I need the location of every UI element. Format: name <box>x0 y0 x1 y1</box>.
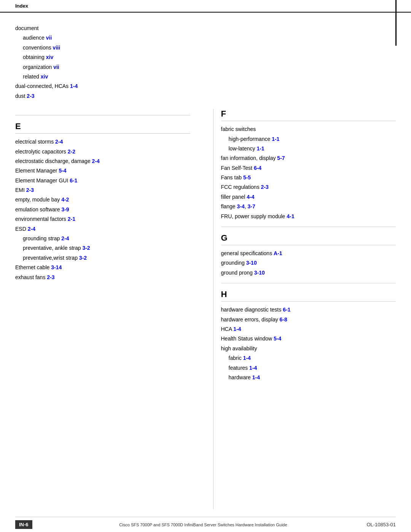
entry-link[interactable]: 2-4 <box>55 139 63 145</box>
entry-text: exhaust fans <box>15 274 47 280</box>
entry-link[interactable]: 6-4 <box>254 165 261 171</box>
entry-link[interactable]: 2-3 <box>261 184 269 190</box>
entry-link[interactable]: 6-1 <box>70 177 77 184</box>
list-item: Ethernet cable 3-14 <box>15 263 190 272</box>
entry-link[interactable]: 1-1 <box>272 136 279 142</box>
list-item: features 1-4 <box>221 364 396 372</box>
entry-separator: , <box>245 203 248 209</box>
entry-link[interactable]: vii <box>53 64 59 70</box>
entry-link[interactable]: viii <box>53 45 60 51</box>
entry-text: Fan Self-Test <box>221 165 254 171</box>
entry-text: Element Manager GUI <box>15 177 70 184</box>
list-item: preventative, ankle strap 3-2 <box>15 244 190 252</box>
entry-text: dust <box>15 93 27 99</box>
list-item: Element Manager 5-4 <box>15 166 190 175</box>
list-item: document <box>15 24 396 32</box>
entry-text: obtaining <box>23 54 46 60</box>
entry-link[interactable]: 2-4 <box>92 158 100 164</box>
list-item: Fans tab 5-5 <box>221 173 396 182</box>
entry-link[interactable]: vii <box>46 35 52 41</box>
entry-text: hardware diagnostic tests <box>221 307 283 313</box>
entry-text: electrolytic capacitors <box>15 149 68 155</box>
entry-link[interactable]: 2-4 <box>28 226 35 232</box>
entry-link[interactable]: 2-3 <box>26 187 34 193</box>
entry-link[interactable]: 1-1 <box>256 145 264 152</box>
entry-link[interactable]: 1-4 <box>243 355 251 361</box>
entry-link[interactable]: 5-5 <box>243 174 251 181</box>
list-item: conventions viii <box>15 43 396 52</box>
entry-text: electrostatic discharge, damage <box>15 158 92 164</box>
entry-link[interactable]: 5-4 <box>59 168 66 174</box>
entry-text: grounding strap <box>23 235 61 241</box>
entry-text: preventative, ankle strap <box>23 245 82 251</box>
list-item: hardware errors, display 6-8 <box>221 315 396 324</box>
entry-text: audience <box>23 35 46 41</box>
list-item: HCA 1-4 <box>221 325 396 333</box>
entry-link[interactable]: 4-2 <box>61 197 69 203</box>
list-item: ground prong 3-10 <box>221 268 396 277</box>
entry-text: electrical storms <box>15 139 55 145</box>
list-item: FRU, power supply module 4-1 <box>221 212 396 220</box>
list-item: fabric switches <box>221 125 396 133</box>
entry-link[interactable]: 5-4 <box>274 335 281 342</box>
entry-link[interactable]: 6-1 <box>283 307 290 313</box>
entry-link[interactable]: 1-4 <box>70 83 78 89</box>
entry-link[interactable]: 4-4 <box>247 194 254 200</box>
entry-link[interactable]: 3-10 <box>246 260 257 266</box>
entry-link[interactable]: 2-4 <box>61 235 69 241</box>
entry-link[interactable]: 2-1 <box>68 216 75 222</box>
entry-link[interactable]: 3-14 <box>51 264 62 270</box>
entry-link[interactable]: 3-10 <box>254 270 265 276</box>
list-item: hardware diagnostic tests 6-1 <box>221 305 396 314</box>
entry-text: HCA <box>221 326 234 332</box>
entry-link[interactable]: 1-4 <box>252 374 260 380</box>
entry-link[interactable]: xiv <box>46 54 53 60</box>
section-header-h: H <box>221 289 396 302</box>
entry-text: grounding <box>221 260 246 266</box>
top-bar-label: Index <box>15 3 28 9</box>
entry-link[interactable]: 6-8 <box>280 316 287 323</box>
entry-link[interactable]: 3-7 <box>248 203 255 209</box>
entry-link[interactable]: xiv <box>41 73 48 80</box>
entry-link[interactable]: A-1 <box>274 250 282 256</box>
list-item: grounding 3-10 <box>221 259 396 267</box>
entry-link[interactable]: 1-4 <box>249 365 257 371</box>
entry-text: ground prong <box>221 270 254 276</box>
entry-text: features <box>229 365 249 371</box>
list-item: preventative,wrist strap 3-2 <box>15 254 190 262</box>
top-bar-right-border <box>395 0 397 46</box>
entry-link[interactable]: 3-2 <box>82 245 90 251</box>
entry-link[interactable]: 2-3 <box>27 93 34 99</box>
entry-link[interactable]: 3-4 <box>237 203 245 209</box>
list-item: flange 3-4, 3-7 <box>221 202 396 211</box>
list-item: emulation software 3-9 <box>15 205 190 214</box>
entry-text: hardware errors, display <box>221 316 280 323</box>
entry-link[interactable]: 2-2 <box>68 149 75 155</box>
entry-link[interactable]: 5-7 <box>277 155 285 161</box>
left-column: E electrical storms 2-4 electrolytic cap… <box>15 109 198 509</box>
entry-text: document <box>15 25 38 31</box>
entry-link[interactable]: 4-1 <box>287 213 294 219</box>
entry-text: flange <box>221 203 237 209</box>
entry-text: hardware <box>229 374 252 380</box>
footer-title: Cisco SFS 7000P and SFS 7000D InfiniBand… <box>40 522 367 527</box>
page-footer: IN-6 Cisco SFS 7000P and SFS 7000D Infin… <box>15 517 396 532</box>
list-item: filler panel 4-4 <box>221 193 396 201</box>
list-item: electrostatic discharge, damage 2-4 <box>15 157 190 165</box>
list-item: dual-connected, HCAs 1-4 <box>15 82 396 90</box>
entry-text: FCC regulations <box>221 184 261 190</box>
list-item: related xiv <box>15 72 396 81</box>
entry-link[interactable]: 3-2 <box>79 255 87 261</box>
entry-text: fabric switches <box>221 126 256 132</box>
list-item: grounding strap 2-4 <box>15 234 190 243</box>
entry-text: preventative,wrist strap <box>23 255 79 261</box>
list-item: obtaining xiv <box>15 53 396 61</box>
document-section: document audience vii conventions viii o… <box>15 24 396 101</box>
entry-text: emulation software <box>15 206 61 212</box>
list-item: low-latency 1-1 <box>221 144 396 153</box>
entry-link[interactable]: 1-4 <box>233 326 241 332</box>
entry-link[interactable]: 2-3 <box>47 274 54 280</box>
list-item: high-performance 1-1 <box>221 135 396 143</box>
list-item: electrolytic capacitors 2-2 <box>15 147 190 156</box>
entry-link[interactable]: 3-9 <box>61 206 69 212</box>
